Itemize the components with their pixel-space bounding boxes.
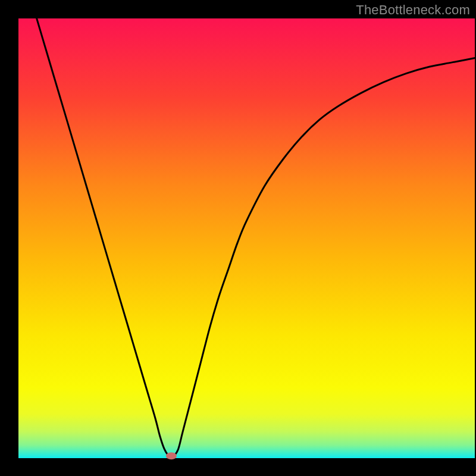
chart-frame: TheBottleneck.com — [0, 0, 476, 476]
bottleneck-chart — [0, 0, 476, 476]
plot-background — [18, 18, 475, 458]
watermark-text: TheBottleneck.com — [356, 2, 470, 18]
minimum-marker — [166, 452, 177, 459]
